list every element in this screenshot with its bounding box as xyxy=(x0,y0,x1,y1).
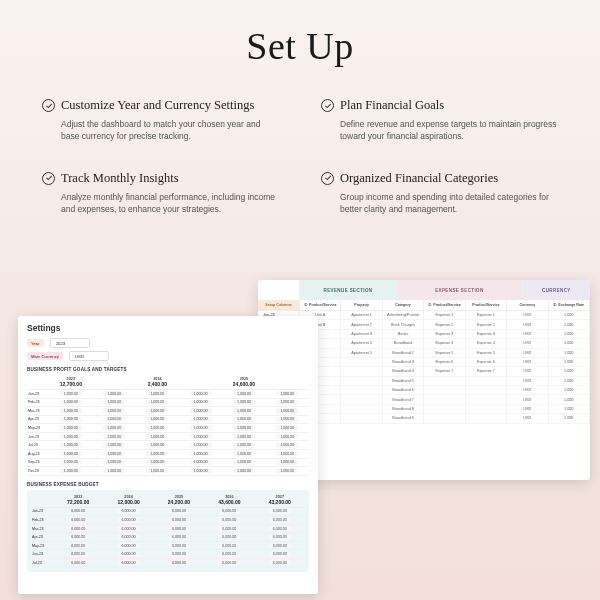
cell xyxy=(341,367,382,376)
section-expense: EXPENSE SECTION xyxy=(397,280,523,300)
table-row: Apr-236,000.006,000.006,000.006,000.006,… xyxy=(31,533,305,542)
table-row: Oct-231,000.001,000.001,000.001,000.001,… xyxy=(27,467,309,476)
cell xyxy=(424,377,465,386)
cell xyxy=(466,395,507,404)
goals-table: 202312,700.0020242,400.00202524,600.00 J… xyxy=(27,375,309,476)
feature-item: Customize Year and Currency Settings Adj… xyxy=(42,98,279,143)
cell: USD xyxy=(507,330,548,339)
cell: Expense 5 xyxy=(466,349,507,358)
year-setting[interactable]: Year 2023 xyxy=(27,338,309,348)
check-icon xyxy=(42,99,55,112)
table-row: Jul-236,000.006,000.006,000.006,000.006,… xyxy=(31,559,305,568)
cell: Broadband 2 xyxy=(383,349,424,358)
cell xyxy=(341,377,382,386)
cell: Expense 1 xyxy=(424,311,465,320)
cell: USD xyxy=(507,339,548,348)
cell: Broadband 4 xyxy=(383,367,424,376)
table-row: Jan-231,000.001,000.001,000.001,000.001,… xyxy=(27,390,309,399)
table-row: Aug-231,000.001,000.001,000.001,000.001,… xyxy=(27,449,309,458)
year-value[interactable]: 2023 xyxy=(50,338,90,348)
cell: Expense 7 xyxy=(424,367,465,376)
table-row: Apr-231,000.001,000.001,000.001,000.001,… xyxy=(27,415,309,424)
table-row: Mar-231,000.001,000.001,000.001,000.001,… xyxy=(27,407,309,416)
goals-heading: BUSINESS PROFIT GOALS AND TARGETS xyxy=(27,367,309,372)
cell: 1.000 xyxy=(549,367,590,376)
currency-value[interactable]: USD xyxy=(69,351,109,361)
cell: Expense 6 xyxy=(424,358,465,367)
col-header: Category xyxy=(383,300,424,311)
feature-item: Track Monthly Insights Analyze monthly f… xyxy=(42,171,279,216)
cell xyxy=(424,414,465,423)
cell xyxy=(466,386,507,395)
cell: Expense 3 xyxy=(466,330,507,339)
cell: Expense 5 xyxy=(424,349,465,358)
col-header: 202372,200.00 xyxy=(53,493,103,508)
currency-label: Main Currency xyxy=(31,354,59,359)
feature-desc: Adjust the dashboard to match your chose… xyxy=(42,118,279,143)
cell: Apartment 5 xyxy=(341,349,382,358)
cell: Bank Charges xyxy=(383,320,424,329)
settings-panel: Settings Year 2023 Main Currency USD BUS… xyxy=(18,316,318,594)
table-row: Sep-231,000.001,000.001,000.001,000.001,… xyxy=(27,458,309,467)
table-row: May-236,000.006,000.006,000.006,000.006,… xyxy=(31,541,305,550)
col-header: 202524,600.00 xyxy=(222,375,266,390)
feature-title: Customize Year and Currency Settings xyxy=(61,98,254,113)
table-row: Jul-231,000.001,000.001,000.001,000.001,… xyxy=(27,441,309,450)
cell: Expense 4 xyxy=(466,339,507,348)
cell: 1.000 xyxy=(549,395,590,404)
col-header: 202524,200.00 xyxy=(154,493,204,508)
cell: Apartment 1 xyxy=(341,311,382,320)
col-header: ① Product/Service xyxy=(424,300,465,311)
check-icon xyxy=(321,172,334,185)
cell: USD xyxy=(507,349,548,358)
table-row: Jun-231,000.001,000.001,000.001,000.001,… xyxy=(27,432,309,441)
cell: USD xyxy=(507,405,548,414)
cell: USD xyxy=(507,414,548,423)
cell: Expense 2 xyxy=(466,320,507,329)
cell xyxy=(341,405,382,414)
cell xyxy=(466,377,507,386)
table-row: Feb-231,000.001,000.001,000.001,000.001,… xyxy=(27,398,309,407)
currency-setting[interactable]: Main Currency USD xyxy=(27,351,309,361)
col-header: ① Product/Service xyxy=(300,300,341,311)
feature-item: Organized Financial Categories Group inc… xyxy=(321,171,558,216)
table-row: Mar-236,000.006,000.006,000.006,000.006,… xyxy=(31,524,305,533)
feature-title: Organized Financial Categories xyxy=(340,171,498,186)
cell xyxy=(341,414,382,423)
budget-table: 202372,200.00202412,000.00202524,200.002… xyxy=(31,493,305,568)
cell: USD xyxy=(507,320,548,329)
cell: Broadband 9 xyxy=(383,414,424,423)
cell: Broadband 3 xyxy=(383,358,424,367)
feature-title: Track Monthly Insights xyxy=(61,171,179,186)
feature-desc: Group income and spending into detailed … xyxy=(321,191,558,216)
cell: 1.000 xyxy=(549,414,590,423)
cell: Expense 2 xyxy=(424,320,465,329)
table-row: May-231,000.001,000.001,000.001,000.001,… xyxy=(27,424,309,433)
cell: USD xyxy=(507,386,548,395)
settings-heading: Settings xyxy=(27,323,309,333)
section-revenue: REVENUE SECTION xyxy=(300,280,397,300)
cell: USD xyxy=(507,367,548,376)
check-icon xyxy=(42,172,55,185)
cell xyxy=(424,405,465,414)
cell xyxy=(424,395,465,404)
cell xyxy=(466,414,507,423)
cell: 1.000 xyxy=(549,358,590,367)
col-header: Product/Service xyxy=(466,300,507,311)
col-header: Currency xyxy=(507,300,548,311)
cell: Expense 3 xyxy=(424,330,465,339)
col-header: 202312,700.00 xyxy=(49,375,93,390)
cell: Expense 4 xyxy=(424,339,465,348)
cell: Broadband xyxy=(383,339,424,348)
cell: Broadband 6 xyxy=(383,386,424,395)
cell: 1.000 xyxy=(549,377,590,386)
cell xyxy=(466,405,507,414)
feature-desc: Analyze monthly financial performance, i… xyxy=(42,191,279,216)
cell: Expense 7 xyxy=(466,367,507,376)
cell: Apartment 3 xyxy=(341,330,382,339)
table-row: Jan-236,000.006,000.006,000.006,000.006,… xyxy=(31,507,305,516)
budget-heading: BUSINESS EXPENSE BUDGET xyxy=(27,482,309,487)
table-row: Feb-236,000.006,000.006,000.006,000.006,… xyxy=(31,516,305,525)
corner-label: Setup Columns xyxy=(258,300,300,311)
cell: 1.000 xyxy=(549,320,590,329)
